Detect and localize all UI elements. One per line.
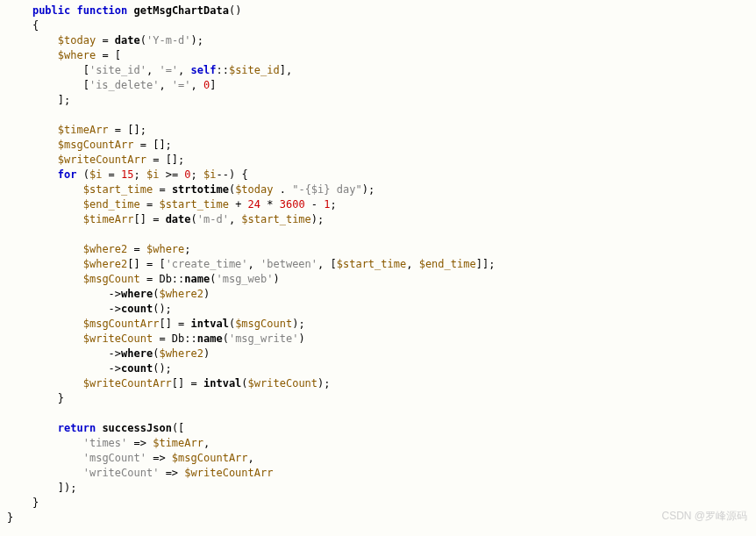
watermark: CSDN @罗峰源码 bbox=[661, 509, 747, 524]
code-block: public function getMsgChartData() { $tod… bbox=[7, 4, 749, 525]
